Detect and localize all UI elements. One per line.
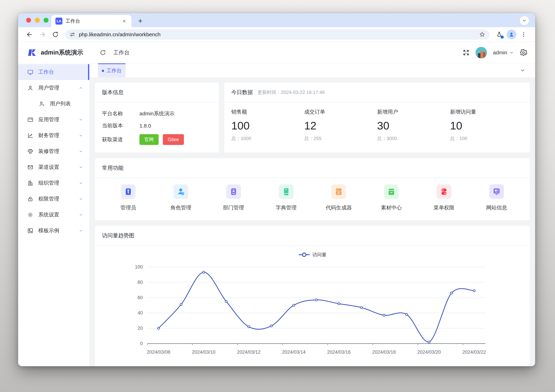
svg-text:100: 100	[135, 264, 143, 269]
forward-icon[interactable]	[37, 29, 48, 40]
function-website-info[interactable]: 网站信息	[470, 184, 523, 220]
user-avatar[interactable]	[475, 47, 487, 58]
tab-title: 工作台	[66, 18, 118, 24]
svg-text:2024/03/22: 2024/03/22	[462, 349, 486, 355]
browser-profile-icon[interactable]	[507, 30, 516, 39]
tab-close-icon[interactable]: ×	[121, 18, 127, 25]
svg-text:60: 60	[138, 295, 143, 300]
metric-new-users: 新增用户 30 总：3000	[377, 108, 450, 152]
department-card-icon	[226, 184, 241, 199]
legend-line-marker-icon	[299, 252, 310, 257]
function-dictionary[interactable]: 字典管理	[260, 184, 313, 220]
active-tab-dot	[102, 70, 104, 72]
reload-icon[interactable]	[50, 29, 61, 40]
metric-label: 销售额	[231, 108, 304, 116]
back-icon[interactable]	[24, 29, 35, 40]
dictionary-book-icon	[279, 184, 293, 199]
template-icon	[27, 227, 33, 234]
sidebar-item-user-list[interactable]: 用户列表	[18, 96, 89, 112]
browser-toolbar: php.likeadmin.cn/admin/workbench	[18, 27, 535, 42]
official-site-button[interactable]: 官网	[139, 134, 159, 145]
sidebar-item-channel-settings[interactable]: 渠道设置	[18, 159, 89, 175]
website-monitor-icon	[489, 184, 504, 199]
browser-window: LA 工作台 × + php.likeadmin.cn/admin/workbe…	[18, 13, 535, 366]
sidebar-item-label: 模板示例	[38, 227, 74, 234]
experiments-flask-icon[interactable]	[494, 29, 505, 40]
browser-menu-icon[interactable]	[518, 29, 529, 40]
sidebar-item-label: 组织管理	[38, 180, 74, 187]
metric-value: 10	[450, 119, 523, 132]
browser-tab-strip: LA 工作台 × +	[18, 13, 535, 27]
tab-search-chevron-icon[interactable]	[520, 16, 529, 25]
metric-new-visits: 新增访问量 10 总：100	[450, 108, 523, 152]
metric-total: 总：1000	[231, 135, 304, 142]
user-menu[interactable]: admin	[493, 50, 514, 56]
url-text[interactable]: php.likeadmin.cn/admin/workbench	[79, 31, 475, 37]
page-tab-label: 工作台	[107, 67, 122, 74]
refresh-icon[interactable]	[100, 50, 106, 56]
function-roles[interactable]: 角色管理	[155, 184, 207, 220]
metric-orders: 成交订单 12 总：255	[304, 108, 377, 152]
common-functions-card: 常用功能 管理员 角色管理	[95, 158, 530, 220]
function-label: 菜单权限	[433, 204, 454, 211]
sidebar-item-template-examples[interactable]: 模板示例	[18, 223, 89, 239]
new-tab-button[interactable]: +	[138, 17, 143, 25]
platform-name-row: 平台名称 admin系统演示	[102, 110, 212, 117]
sidebar-item-permission-management[interactable]: 权限管理	[18, 191, 89, 207]
zoom-window-button[interactable]	[44, 18, 48, 23]
today-card-title: 今日数据	[231, 89, 253, 96]
legend-label: 访问量	[312, 252, 327, 258]
metric-label: 新增用户	[377, 108, 450, 116]
user-chevron-down-icon	[509, 50, 514, 55]
browser-tab[interactable]: LA 工作台 ×	[51, 15, 131, 27]
chart-legend[interactable]: 访问量	[95, 252, 530, 258]
metric-value: 100	[231, 119, 304, 132]
sidebar-item-app-management[interactable]: 应用管理	[18, 112, 89, 128]
tabs-collapse-chevron-icon[interactable]	[520, 68, 525, 73]
metric-total: 总：3000	[377, 135, 450, 142]
address-bar[interactable]: php.likeadmin.cn/admin/workbench	[65, 29, 489, 40]
version-card-title: 版本信息	[95, 83, 219, 102]
fullscreen-icon[interactable]	[463, 49, 470, 56]
brand[interactable]: admin系统演示	[18, 48, 89, 58]
settings-gear-icon[interactable]	[520, 49, 527, 56]
sidebar-item-organization-management[interactable]: 组织管理	[18, 175, 89, 191]
svg-text:40: 40	[138, 310, 143, 316]
flask-badge-dot	[501, 36, 504, 39]
svg-text:80: 80	[138, 280, 143, 285]
sidebar-item-label: 用户列表	[50, 100, 83, 107]
sidebar-item-workbench[interactable]: 工作台	[18, 64, 89, 80]
metric-label: 新增访问量	[450, 108, 523, 116]
svg-text:20: 20	[138, 326, 143, 331]
sidebar-item-label: 财务管理	[38, 132, 74, 139]
sidebar-item-label: 应用管理	[38, 116, 74, 123]
function-departments[interactable]: 部门管理	[207, 184, 260, 220]
sidebar-item-finance-management[interactable]: 财务管理	[18, 128, 89, 143]
sidebar-item-user-management[interactable]: 用户管理	[18, 80, 89, 96]
function-material-center[interactable]: 素材中心	[365, 184, 418, 220]
sidebar-item-system-settings[interactable]: 系统设置	[18, 207, 89, 223]
current-version-label: 当前版本	[102, 122, 139, 129]
monitor-icon	[27, 69, 33, 75]
page-title: 工作台	[113, 49, 130, 56]
channel-row: 获取渠道 官网 Gitee	[102, 134, 212, 145]
gitee-button[interactable]: Gitee	[163, 134, 184, 145]
metric-value: 30	[377, 119, 450, 132]
version-info-card: 版本信息 平台名称 admin系统演示 当前版本 1.8.0 获	[95, 83, 219, 152]
sidebar-item-decoration-management[interactable]: 装修管理	[18, 143, 89, 159]
close-window-button[interactable]	[26, 18, 31, 23]
function-label: 网站信息	[486, 204, 507, 211]
minimize-window-button[interactable]	[35, 18, 40, 23]
channel-label: 获取渠道	[102, 136, 139, 143]
metric-sales: 销售额 100 总：1000	[231, 108, 304, 152]
chevron-down-icon	[79, 118, 83, 122]
function-admin[interactable]: 管理员	[102, 184, 155, 220]
function-code-generator[interactable]: 代码生成器	[313, 184, 365, 220]
chevron-down-icon	[79, 197, 83, 201]
bookmark-star-icon[interactable]	[479, 31, 485, 38]
code-generator-icon	[331, 184, 346, 199]
function-label: 代码生成器	[326, 204, 352, 211]
function-menu-permissions[interactable]: 菜单权限	[418, 184, 470, 220]
site-settings-icon[interactable]	[69, 31, 75, 37]
page-tab-workbench[interactable]: 工作台	[98, 63, 125, 77]
